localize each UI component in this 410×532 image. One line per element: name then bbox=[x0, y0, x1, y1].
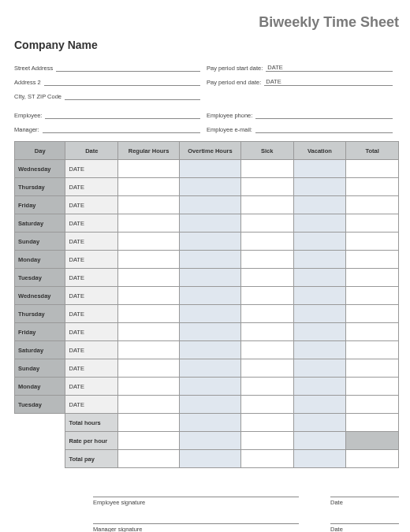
regular-cell[interactable] bbox=[118, 196, 180, 214]
sick-cell[interactable] bbox=[240, 214, 293, 233]
date-cell[interactable]: DATE bbox=[65, 160, 118, 178]
overtime-cell[interactable] bbox=[180, 378, 241, 396]
date-cell[interactable]: DATE bbox=[65, 378, 118, 396]
regular-cell[interactable] bbox=[118, 214, 180, 233]
regular-cell[interactable] bbox=[118, 287, 180, 305]
date-cell[interactable]: DATE bbox=[65, 396, 118, 414]
regular-cell[interactable] bbox=[118, 396, 180, 414]
sick-cell[interactable] bbox=[240, 359, 293, 378]
company-name: Company Name bbox=[14, 39, 399, 51]
vacation-cell[interactable] bbox=[293, 378, 346, 396]
regular-cell[interactable] bbox=[118, 323, 180, 341]
overtime-cell[interactable] bbox=[180, 178, 241, 196]
sick-cell[interactable] bbox=[240, 287, 293, 305]
sick-cell[interactable] bbox=[240, 269, 293, 287]
city-st-zip-input[interactable] bbox=[65, 92, 200, 100]
regular-cell[interactable] bbox=[118, 269, 180, 287]
regular-cell[interactable] bbox=[118, 233, 180, 251]
sick-cell[interactable] bbox=[240, 305, 293, 323]
overtime-cell[interactable] bbox=[180, 323, 241, 341]
vacation-cell[interactable] bbox=[293, 305, 346, 323]
regular-cell[interactable] bbox=[118, 341, 180, 359]
vacation-cell[interactable] bbox=[293, 287, 346, 305]
sick-cell[interactable] bbox=[240, 178, 293, 196]
summary-regular[interactable] bbox=[118, 414, 180, 432]
employee-input[interactable] bbox=[45, 111, 200, 119]
signature-block: Employee signature Date Manager signatur… bbox=[14, 482, 399, 532]
vacation-cell[interactable] bbox=[293, 396, 346, 414]
vacation-cell[interactable] bbox=[293, 323, 346, 341]
vacation-cell[interactable] bbox=[293, 269, 346, 287]
address2-input[interactable] bbox=[44, 78, 200, 86]
summary-overtime[interactable] bbox=[180, 450, 241, 468]
regular-cell[interactable] bbox=[118, 305, 180, 323]
summary-sick[interactable] bbox=[240, 450, 293, 468]
table-row: SundayDATE bbox=[15, 359, 399, 378]
overtime-cell[interactable] bbox=[180, 233, 241, 251]
summary-vacation[interactable] bbox=[293, 450, 346, 468]
date-cell[interactable]: DATE bbox=[65, 214, 118, 233]
sick-cell[interactable] bbox=[240, 378, 293, 396]
regular-cell[interactable] bbox=[118, 160, 180, 178]
date-cell[interactable]: DATE bbox=[65, 196, 118, 214]
email-input[interactable] bbox=[255, 125, 393, 133]
day-cell: Saturday bbox=[15, 214, 65, 233]
regular-cell[interactable] bbox=[118, 359, 180, 378]
date-cell[interactable]: DATE bbox=[65, 341, 118, 359]
sick-cell[interactable] bbox=[240, 396, 293, 414]
sick-cell[interactable] bbox=[240, 341, 293, 359]
phone-input[interactable] bbox=[255, 111, 393, 119]
overtime-cell[interactable] bbox=[180, 214, 241, 233]
vacation-cell[interactable] bbox=[293, 214, 346, 233]
vacation-cell[interactable] bbox=[293, 341, 346, 359]
empty-cell bbox=[15, 414, 65, 432]
sick-cell[interactable] bbox=[240, 251, 293, 269]
employee-date-line[interactable]: Date bbox=[330, 497, 399, 506]
vacation-cell[interactable] bbox=[293, 178, 346, 196]
regular-cell[interactable] bbox=[118, 251, 180, 269]
summary-regular[interactable] bbox=[118, 450, 180, 468]
manager-signature-line[interactable]: Manager signature bbox=[93, 523, 299, 532]
date-cell[interactable]: DATE bbox=[65, 287, 118, 305]
sick-cell[interactable] bbox=[240, 160, 293, 178]
vacation-cell[interactable] bbox=[293, 233, 346, 251]
period-end-input[interactable]: DATE bbox=[264, 78, 393, 86]
date-cell[interactable]: DATE bbox=[65, 305, 118, 323]
overtime-cell[interactable] bbox=[180, 305, 241, 323]
overtime-cell[interactable] bbox=[180, 359, 241, 378]
overtime-cell[interactable] bbox=[180, 396, 241, 414]
vacation-cell[interactable] bbox=[293, 196, 346, 214]
street-input[interactable] bbox=[56, 64, 200, 72]
summary-vacation[interactable] bbox=[293, 432, 346, 450]
summary-sick[interactable] bbox=[240, 414, 293, 432]
vacation-cell[interactable] bbox=[293, 251, 346, 269]
overtime-cell[interactable] bbox=[180, 341, 241, 359]
period-start-input[interactable]: DATE bbox=[266, 64, 393, 72]
manager-date-line[interactable]: Date bbox=[330, 523, 399, 532]
summary-regular[interactable] bbox=[118, 432, 180, 450]
overtime-cell[interactable] bbox=[180, 269, 241, 287]
summary-sick[interactable] bbox=[240, 432, 293, 450]
regular-cell[interactable] bbox=[118, 378, 180, 396]
vacation-cell[interactable] bbox=[293, 359, 346, 378]
sick-cell[interactable] bbox=[240, 196, 293, 214]
date-cell[interactable]: DATE bbox=[65, 359, 118, 378]
date-cell[interactable]: DATE bbox=[65, 251, 118, 269]
overtime-cell[interactable] bbox=[180, 160, 241, 178]
overtime-cell[interactable] bbox=[180, 196, 241, 214]
regular-cell[interactable] bbox=[118, 178, 180, 196]
employee-signature-line[interactable]: Employee signature bbox=[93, 497, 299, 506]
date-cell[interactable]: DATE bbox=[65, 233, 118, 251]
summary-overtime[interactable] bbox=[180, 432, 241, 450]
overtime-cell[interactable] bbox=[180, 251, 241, 269]
sick-cell[interactable] bbox=[240, 323, 293, 341]
date-cell[interactable]: DATE bbox=[65, 178, 118, 196]
vacation-cell[interactable] bbox=[293, 160, 346, 178]
date-cell[interactable]: DATE bbox=[65, 269, 118, 287]
sick-cell[interactable] bbox=[240, 233, 293, 251]
manager-input[interactable] bbox=[43, 125, 200, 133]
date-cell[interactable]: DATE bbox=[65, 323, 118, 341]
summary-overtime[interactable] bbox=[180, 414, 241, 432]
summary-vacation[interactable] bbox=[293, 414, 346, 432]
overtime-cell[interactable] bbox=[180, 287, 241, 305]
